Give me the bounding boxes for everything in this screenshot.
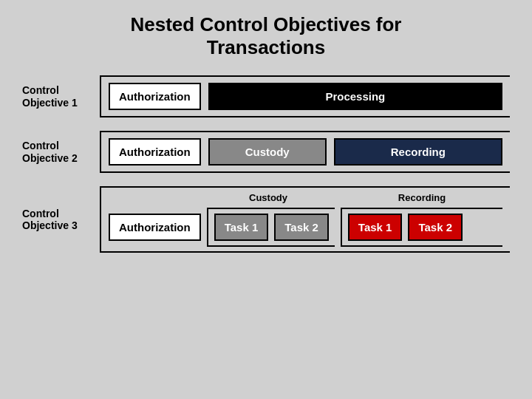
co2-label: Control Objective 2: [22, 140, 100, 165]
row2-recording-box: Recording: [334, 138, 502, 166]
row3-bracket: Custody Recording Authorization: [100, 186, 510, 253]
row3-auth-box: Authorization: [109, 214, 201, 241]
co3-label: Control Objective 3: [22, 208, 100, 233]
custody-task1-box: Task 1: [214, 214, 269, 241]
row3: Control Objective 3 Custody Recording: [22, 186, 510, 253]
recording-tasks-bracket: Task 1 Task 2: [341, 208, 502, 247]
page: Nested Control Objectives for Transactio…: [0, 0, 532, 399]
row2-auth-box: Authorization: [109, 138, 201, 166]
row3-labels-above: Custody Recording: [109, 192, 502, 203]
recording-task2-box: Task 2: [408, 214, 463, 241]
row2: Control Objective 2 Authorization Custod…: [22, 131, 510, 173]
title-line1: Nested Control Objectives for: [131, 13, 402, 35]
row1-bracket: Authorization Processing: [100, 75, 510, 117]
row3-items: Authorization Task 1 Task 2: [109, 208, 502, 247]
custody-task2-box: Task 2: [274, 214, 329, 241]
row2-custody-box: Custody: [208, 138, 327, 166]
custody-group-header: Custody: [202, 192, 335, 203]
diagram: Control Objective 1 Authorization Proces…: [22, 75, 510, 253]
row1: Control Objective 1 Authorization Proces…: [22, 75, 510, 117]
row1-processing-box: Processing: [208, 83, 502, 110]
custody-tasks-bracket: Task 1 Task 2: [207, 208, 335, 247]
recording-task1-box: Task 1: [348, 214, 403, 241]
row2-bracket: Authorization Custody Recording: [100, 131, 510, 173]
recording-group-label: Recording: [398, 192, 446, 203]
co1-label: Control Objective 1: [22, 84, 100, 109]
title-line2: Transactions: [207, 36, 325, 58]
page-title: Nested Control Objectives for Transactio…: [131, 13, 402, 59]
custody-group-label: Custody: [249, 192, 287, 203]
row1-auth-box: Authorization: [109, 83, 201, 110]
recording-group-header: Recording: [355, 192, 488, 203]
